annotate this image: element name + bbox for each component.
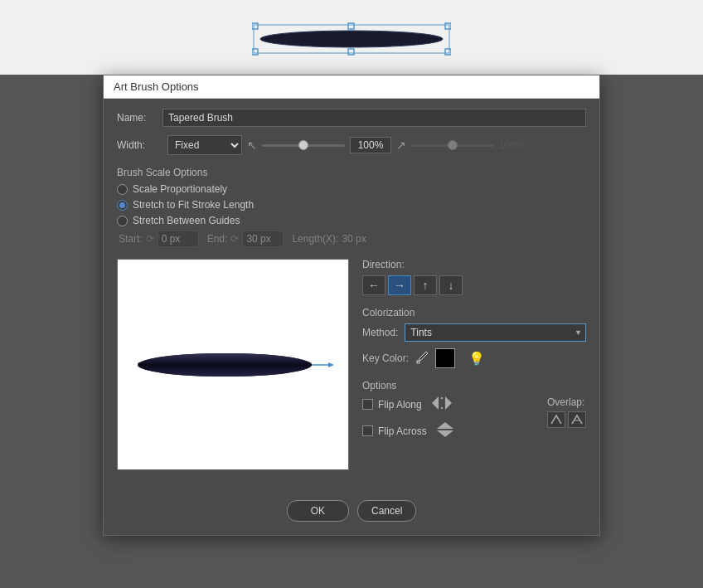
slider-right-icon: ↗ bbox=[396, 138, 406, 152]
svg-marker-11 bbox=[328, 362, 334, 367]
options-label: Options bbox=[362, 380, 586, 391]
radio-label-stretch-guides: Stretch Between Guides bbox=[133, 215, 240, 226]
flip-along-row: Flip Along bbox=[362, 396, 537, 412]
radio-circle-scale-prop[interactable] bbox=[117, 184, 128, 195]
svg-rect-4 bbox=[252, 49, 258, 55]
flip-options: Flip Along bbox=[362, 396, 537, 445]
dialog-body: Name: Width: Fixed Variable Pressure ↖ bbox=[104, 99, 599, 492]
width-slider-disabled bbox=[411, 144, 494, 147]
radio-circle-stretch-guides[interactable] bbox=[117, 216, 128, 226]
percent-disabled: 100% bbox=[499, 139, 525, 151]
dir-btn-down[interactable]: ↓ bbox=[439, 275, 463, 295]
options-row: Flip Along bbox=[362, 396, 586, 445]
end-spinner-icon: ⟳ bbox=[230, 233, 239, 245]
direction-buttons: ← → ↑ ↓ bbox=[362, 275, 586, 295]
overlap-section: Overlap: bbox=[547, 396, 586, 428]
flip-across-icon bbox=[437, 422, 453, 440]
flip-along-label: Flip Along bbox=[378, 399, 422, 411]
direction-section: Direction: ← → ↑ ↓ bbox=[362, 259, 586, 295]
radio-circle-stretch-fit[interactable] bbox=[117, 200, 128, 211]
overlap-buttons bbox=[547, 411, 586, 428]
svg-marker-15 bbox=[445, 396, 452, 410]
slider-thumb-disabled bbox=[448, 140, 458, 150]
start-input[interactable] bbox=[158, 231, 199, 247]
method-row: Method: None Tints Tints and Shades Hue … bbox=[362, 323, 586, 342]
length-value: 30 px bbox=[342, 233, 366, 245]
art-brush-dialog: Art Brush Options Name: Width: Fixed Var… bbox=[103, 75, 600, 536]
svg-marker-14 bbox=[432, 396, 439, 410]
dialog-footer: OK Cancel bbox=[104, 492, 599, 535]
start-spinner-icon: ⟳ bbox=[146, 233, 154, 245]
dir-btn-up[interactable]: ↑ bbox=[414, 275, 437, 295]
direction-label: Direction: bbox=[362, 259, 586, 270]
svg-point-9 bbox=[138, 353, 312, 377]
method-label: Method: bbox=[362, 327, 398, 338]
svg-rect-1 bbox=[252, 23, 258, 29]
width-select[interactable]: Fixed Variable Pressure bbox=[167, 135, 242, 155]
method-select-wrap: None Tints Tints and Shades Hue Shift bbox=[405, 323, 586, 342]
svg-marker-18 bbox=[437, 422, 453, 429]
flip-across-row: Flip Across bbox=[362, 422, 537, 440]
canvas-area bbox=[0, 0, 703, 75]
radio-dot-stretch-fit bbox=[119, 202, 125, 208]
key-color-row: Key Color: 💡 bbox=[362, 348, 586, 368]
name-input[interactable] bbox=[162, 109, 586, 127]
tip-icon: 💡 bbox=[468, 351, 485, 367]
radio-label-stretch-fit: Stretch to Fit Stroke Length bbox=[133, 199, 254, 211]
flip-across-label: Flip Across bbox=[378, 425, 427, 437]
main-content: Direction: ← → ↑ ↓ Colorization Method: bbox=[117, 259, 586, 470]
width-row: Width: Fixed Variable Pressure ↖ ↗ bbox=[117, 135, 586, 155]
width-percent-input[interactable] bbox=[350, 137, 391, 153]
preview-box bbox=[117, 259, 349, 470]
eyedropper-icon[interactable] bbox=[415, 351, 429, 367]
width-slider[interactable] bbox=[262, 144, 345, 147]
flip-along-checkbox[interactable] bbox=[362, 399, 373, 410]
overlap-btn-adjust[interactable] bbox=[568, 411, 586, 428]
flip-along-icon bbox=[432, 396, 452, 412]
svg-marker-19 bbox=[437, 430, 453, 437]
slider-thumb[interactable] bbox=[298, 140, 308, 150]
length-label: Length(X): bbox=[292, 233, 338, 245]
width-label: Width: bbox=[117, 139, 162, 151]
dialog-title-bar: Art Brush Options bbox=[104, 75, 599, 99]
length-field: Length(X): 30 px bbox=[292, 233, 366, 245]
svg-point-7 bbox=[260, 31, 443, 47]
options-section: Options Flip Along bbox=[362, 380, 586, 445]
brush-preview-top bbox=[252, 18, 451, 62]
start-label: Start: bbox=[119, 233, 143, 245]
svg-rect-2 bbox=[348, 23, 354, 29]
dir-btn-left[interactable]: ← bbox=[362, 275, 385, 295]
end-label: End: bbox=[207, 233, 228, 245]
flip-across-checkbox[interactable] bbox=[362, 425, 373, 436]
svg-rect-6 bbox=[445, 49, 451, 55]
brush-scale-section: Brush Scale Options Scale Proportionatel… bbox=[117, 167, 586, 247]
radio-stretch-fit[interactable]: Stretch to Fit Stroke Length bbox=[117, 199, 586, 211]
brush-preview-svg bbox=[125, 270, 341, 460]
radio-label-scale-prop: Scale Proportionately bbox=[133, 183, 227, 195]
colorization-label: Colorization bbox=[362, 307, 586, 318]
dialog-title-text: Art Brush Options bbox=[114, 80, 199, 93]
radio-scale-prop[interactable]: Scale Proportionately bbox=[117, 183, 586, 195]
dir-btn-right[interactable]: → bbox=[388, 275, 411, 295]
slider-left-icon: ↖ bbox=[247, 138, 257, 152]
name-label: Name: bbox=[117, 112, 162, 124]
svg-rect-3 bbox=[445, 23, 451, 29]
cancel-button[interactable]: Cancel bbox=[357, 500, 416, 522]
radio-stretch-guides[interactable]: Stretch Between Guides bbox=[117, 215, 586, 226]
colorization-section: Colorization Method: None Tints Tints an… bbox=[362, 307, 586, 368]
color-swatch[interactable] bbox=[435, 348, 455, 368]
radio-group: Scale Proportionately Stretch to Fit Str… bbox=[117, 183, 586, 226]
overlap-label: Overlap: bbox=[547, 396, 584, 408]
ok-button[interactable]: OK bbox=[287, 500, 349, 522]
options-panel: Direction: ← → ↑ ↓ Colorization Method: bbox=[362, 259, 586, 470]
start-field: Start: ⟳ bbox=[119, 231, 199, 247]
name-row: Name: bbox=[117, 109, 586, 127]
end-input[interactable] bbox=[242, 231, 284, 247]
overlap-btn-corner[interactable] bbox=[547, 411, 565, 428]
key-color-label: Key Color: bbox=[362, 352, 409, 364]
svg-rect-5 bbox=[348, 49, 354, 55]
guide-row: Start: ⟳ End: ⟳ Length(X): 30 px bbox=[117, 231, 586, 247]
end-field: End: ⟳ bbox=[207, 231, 284, 247]
method-select[interactable]: None Tints Tints and Shades Hue Shift bbox=[405, 323, 586, 342]
brush-scale-title: Brush Scale Options bbox=[117, 167, 586, 178]
